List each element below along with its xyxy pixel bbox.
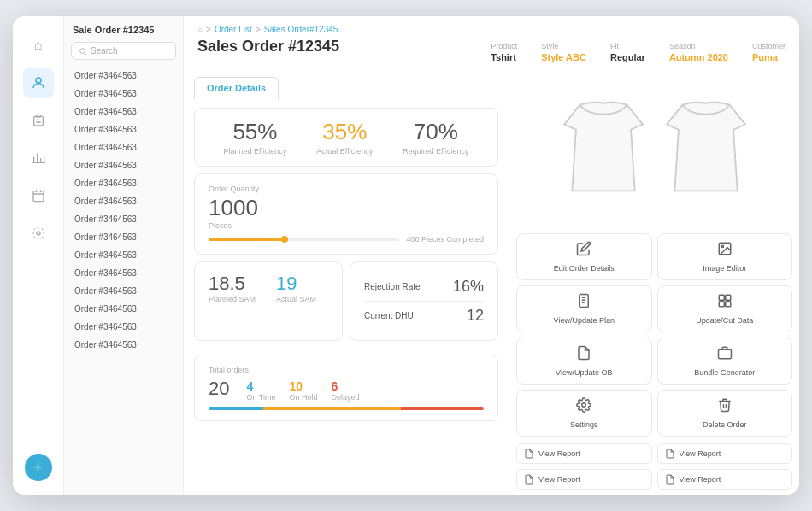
tshirt-front	[556, 97, 650, 199]
search-placeholder: Search	[91, 46, 118, 56]
qty-val: 1000	[209, 195, 484, 221]
meta-season: Season Autumn 2020	[669, 42, 728, 62]
order-list-item[interactable]: Order #3464563	[64, 192, 183, 210]
order-list-item[interactable]: Order #3464563	[64, 138, 183, 156]
order-list-item[interactable]: Order #3464563	[64, 85, 183, 103]
meta-season-label: Season	[669, 42, 728, 50]
planned-sam: 18.5 Planned SAM	[209, 273, 256, 303]
sidebar-settings-icon[interactable]	[23, 218, 54, 249]
planned-efficiency: 55% Planned Efficiency	[223, 119, 286, 156]
sam-card: 18.5 Planned SAM 19 Actual SAM	[194, 261, 343, 341]
rejection-rate-label: Rejection Rate	[364, 282, 421, 291]
on-hold-val: 10	[290, 379, 318, 393]
sam-rejection-row: 18.5 Planned SAM 19 Actual SAM Rejection…	[194, 261, 498, 348]
rejection-card: Rejection Rate 16% Current DHU 12	[350, 261, 498, 341]
order-list-item[interactable]: Order #3464563	[64, 210, 183, 228]
meta-row: Product Tshirt Style Style ABC Fit Regul…	[491, 42, 786, 62]
order-list-item[interactable]: Order #3464563	[64, 336, 183, 354]
svg-line-16	[85, 52, 86, 54]
update-cut-data-label: Update/Cut Data	[696, 316, 753, 325]
dhu-val: 12	[467, 307, 484, 325]
view-update-plan-label: View/Update Plan	[554, 316, 615, 325]
image-editor-label: Image Editor	[703, 264, 746, 273]
breadcrumb-current: Sales Order#12345	[264, 25, 338, 34]
sidebar-user-icon[interactable]	[23, 68, 54, 98]
breadcrumb-list[interactable]: Order List	[215, 25, 252, 34]
meta-style-val: Style ABC	[541, 52, 586, 62]
svg-rect-26	[726, 302, 731, 307]
total-orders-card: Total orders 20 4 On Time 10 On Hold	[194, 355, 498, 421]
rejection-rate-val: 16%	[453, 278, 484, 296]
required-efficiency-label: Required Efficiency	[403, 147, 468, 156]
completed-text: 400 Pieces Completed	[406, 235, 484, 244]
view-update-ob-label: View/Update OB	[556, 368, 612, 377]
update-cut-data-btn[interactable]: Update/Cut Data	[657, 285, 793, 332]
edit-order-details-btn[interactable]: Edit Order Details	[516, 233, 652, 280]
bundle-icon	[717, 345, 733, 364]
svg-point-15	[80, 48, 85, 53]
meta-fit: Fit Regular	[610, 42, 645, 62]
view-report-4-label: View Report	[680, 475, 721, 484]
completed-val: 400	[406, 235, 419, 244]
bundle-generator-label: Bundle Generator	[694, 368, 755, 377]
total-orders-label: Total orders	[209, 366, 484, 374]
meta-style-label: Style	[541, 42, 586, 50]
order-list-item[interactable]: Order #3464563	[64, 67, 183, 85]
order-list-item[interactable]: Order #3464563	[64, 228, 183, 246]
view-report-btn-4[interactable]: View Report	[657, 469, 793, 490]
meta-product: Product Tshirt	[491, 42, 517, 62]
order-list-item[interactable]: Order #3464563	[64, 174, 183, 192]
sidebar-home-icon[interactable]: ⌂	[23, 30, 54, 61]
edit-icon	[576, 241, 591, 260]
page-title: Sales Order #12345	[197, 38, 339, 56]
sidebar-chart-icon[interactable]	[23, 143, 54, 173]
search-box[interactable]: Search	[71, 42, 176, 60]
view-report-row-2: View Report View Report	[509, 469, 799, 495]
settings-btn[interactable]: Settings	[516, 390, 652, 437]
svg-rect-25	[719, 302, 724, 307]
order-list-item[interactable]: Order #3464563	[64, 156, 183, 174]
tab-order-details[interactable]: Order Details	[194, 77, 279, 99]
view-report-btn-3[interactable]: View Report	[516, 469, 652, 490]
planned-efficiency-label: Planned Efficiency	[223, 147, 286, 156]
view-update-plan-btn[interactable]: View/Update Plan	[516, 285, 652, 332]
view-update-ob-btn[interactable]: View/Update OB	[516, 338, 652, 385]
sidebar-clipboard-icon[interactable]	[23, 105, 54, 136]
sam-row: 18.5 Planned SAM 19 Actual SAM	[209, 273, 328, 303]
delete-order-btn[interactable]: Delete Order	[657, 390, 793, 437]
meta-style: Style Style ABC	[541, 42, 586, 62]
order-list-item[interactable]: Order #3464563	[64, 120, 183, 138]
view-report-row-1: View Report View Report	[509, 443, 799, 469]
order-list-item[interactable]: Order #3464563	[64, 282, 183, 300]
sidebar-calendar-icon[interactable]	[23, 180, 54, 211]
cut-icon	[717, 293, 733, 312]
order-list-item[interactable]: Order #3464563	[64, 300, 183, 318]
order-list-item[interactable]: Order #3464563	[64, 103, 183, 120]
order-list-item[interactable]: Order #3464563	[64, 246, 183, 264]
view-report-btn-1[interactable]: View Report	[516, 443, 652, 464]
total-orders-val: 20	[209, 378, 229, 400]
breadcrumb-home: ○	[197, 25, 203, 34]
meta-fit-val: Regular	[610, 52, 645, 62]
dhu-label: Current DHU	[364, 311, 414, 320]
efficiency-card: 55% Planned Efficiency 35% Actual Effici…	[194, 108, 498, 167]
order-list-item[interactable]: Order #3464563	[64, 264, 183, 282]
actual-efficiency-val: 35%	[316, 119, 373, 145]
actual-sam-val: 19	[276, 273, 316, 295]
qty-unit: Pieces	[209, 221, 484, 230]
svg-rect-23	[719, 295, 724, 300]
total-orders-content: 20 4 On Time 10 On Hold 6	[209, 376, 484, 402]
right-panel: Edit Order Details Image Editor	[509, 68, 799, 495]
svg-point-18	[721, 245, 723, 247]
completed-label: Pieces Completed	[421, 235, 484, 244]
main-content: ○ > Order List > Sales Order#12345 Sales…	[184, 16, 799, 495]
view-report-btn-2[interactable]: View Report	[657, 443, 793, 464]
image-editor-btn[interactable]: Image Editor	[657, 233, 793, 280]
view-report-3-label: View Report	[538, 475, 580, 484]
order-list-item[interactable]: Order #3464563	[64, 318, 183, 336]
svg-rect-10	[33, 191, 44, 202]
svg-rect-24	[726, 295, 731, 300]
delayed-val: 6	[332, 379, 360, 393]
bundle-generator-btn[interactable]: Bundle Generator	[657, 338, 793, 385]
add-button[interactable]: +	[25, 454, 52, 481]
